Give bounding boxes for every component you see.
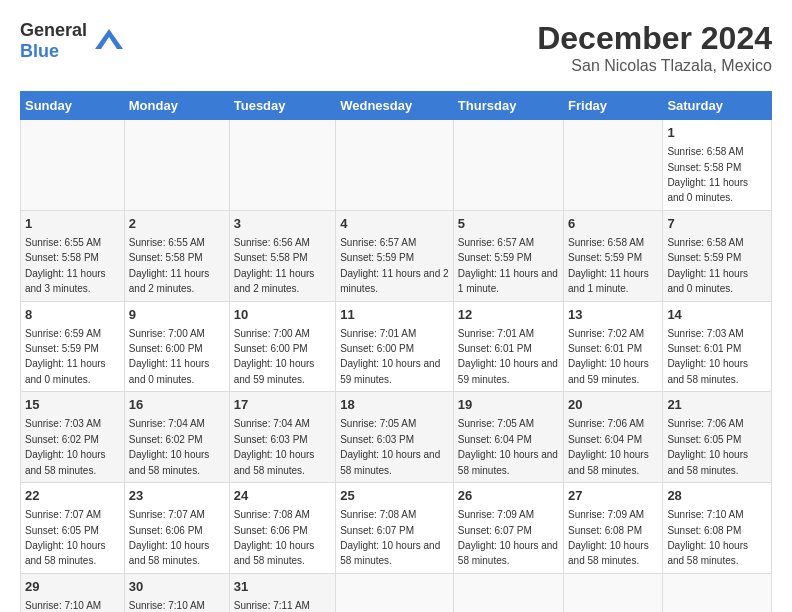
sunset-info: Sunset: 5:59 PM: [568, 252, 642, 263]
calendar-cell: 15Sunrise: 7:03 AMSunset: 6:02 PMDayligh…: [21, 392, 125, 483]
sunrise-info: Sunrise: 7:02 AM: [568, 328, 644, 339]
calendar-cell: 31Sunrise: 7:11 AMSunset: 6:10 PMDayligh…: [229, 573, 335, 612]
day-number: 1: [25, 215, 120, 233]
sunrise-info: Sunrise: 6:56 AM: [234, 237, 310, 248]
sunset-info: Sunset: 6:07 PM: [340, 525, 414, 536]
sunrise-info: Sunrise: 7:06 AM: [667, 418, 743, 429]
calendar-cell: 10Sunrise: 7:00 AMSunset: 6:00 PMDayligh…: [229, 301, 335, 392]
sunset-info: Sunset: 6:08 PM: [568, 525, 642, 536]
calendar-cell: 16Sunrise: 7:04 AMSunset: 6:02 PMDayligh…: [124, 392, 229, 483]
daylight-info: Daylight: 11 hours and 2 minutes.: [129, 268, 210, 294]
daylight-info: Daylight: 10 hours and 58 minutes.: [129, 540, 210, 566]
day-number: 21: [667, 396, 767, 414]
sunrise-info: Sunrise: 7:07 AM: [129, 509, 205, 520]
daylight-info: Daylight: 10 hours and 59 minutes.: [234, 358, 315, 384]
calendar-cell: 24Sunrise: 7:08 AMSunset: 6:06 PMDayligh…: [229, 483, 335, 574]
calendar-cell: 1Sunrise: 6:55 AMSunset: 5:58 PMDaylight…: [21, 210, 125, 301]
sunset-info: Sunset: 6:00 PM: [340, 343, 414, 354]
sunrise-info: Sunrise: 7:08 AM: [340, 509, 416, 520]
calendar-cell: 22Sunrise: 7:07 AMSunset: 6:05 PMDayligh…: [21, 483, 125, 574]
sunrise-info: Sunrise: 7:05 AM: [458, 418, 534, 429]
day-number: 19: [458, 396, 559, 414]
sunset-info: Sunset: 5:58 PM: [234, 252, 308, 263]
calendar-cell: 14Sunrise: 7:03 AMSunset: 6:01 PMDayligh…: [663, 301, 772, 392]
daylight-info: Daylight: 10 hours and 58 minutes.: [458, 449, 558, 475]
sunset-info: Sunset: 5:59 PM: [667, 252, 741, 263]
day-number: 13: [568, 306, 658, 324]
day-number: 30: [129, 578, 225, 596]
daylight-info: Daylight: 10 hours and 58 minutes.: [234, 540, 315, 566]
calendar-cell: [564, 573, 663, 612]
calendar-cell: [564, 120, 663, 211]
sunset-info: Sunset: 6:01 PM: [667, 343, 741, 354]
sunrise-info: Sunrise: 6:58 AM: [667, 237, 743, 248]
daylight-info: Daylight: 11 hours and 0 minutes.: [667, 268, 748, 294]
day-number: 11: [340, 306, 449, 324]
daylight-info: Daylight: 11 hours and 3 minutes.: [25, 268, 106, 294]
sunrise-info: Sunrise: 7:10 AM: [129, 600, 205, 611]
sunrise-info: Sunrise: 7:04 AM: [129, 418, 205, 429]
week-row-4: 15Sunrise: 7:03 AMSunset: 6:02 PMDayligh…: [21, 392, 772, 483]
sunset-info: Sunset: 6:00 PM: [129, 343, 203, 354]
day-number: 6: [568, 215, 658, 233]
weekday-header-row: SundayMondayTuesdayWednesdayThursdayFrid…: [21, 92, 772, 120]
daylight-info: Daylight: 10 hours and 59 minutes.: [458, 358, 558, 384]
day-number: 28: [667, 487, 767, 505]
calendar-cell: 8Sunrise: 6:59 AMSunset: 5:59 PMDaylight…: [21, 301, 125, 392]
sunset-info: Sunset: 5:58 PM: [129, 252, 203, 263]
calendar-cell: [453, 573, 563, 612]
sunrise-info: Sunrise: 7:01 AM: [340, 328, 416, 339]
sunrise-info: Sunrise: 6:55 AM: [25, 237, 101, 248]
daylight-info: Daylight: 10 hours and 59 minutes.: [568, 358, 649, 384]
day-number: 4: [340, 215, 449, 233]
calendar-cell: 21Sunrise: 7:06 AMSunset: 6:05 PMDayligh…: [663, 392, 772, 483]
calendar-cell: 11Sunrise: 7:01 AMSunset: 6:00 PMDayligh…: [336, 301, 454, 392]
sunset-info: Sunset: 6:03 PM: [234, 434, 308, 445]
daylight-info: Daylight: 11 hours and 1 minute.: [568, 268, 649, 294]
daylight-info: Daylight: 11 hours and 0 minutes.: [129, 358, 210, 384]
calendar-cell: 23Sunrise: 7:07 AMSunset: 6:06 PMDayligh…: [124, 483, 229, 574]
sunrise-info: Sunrise: 6:57 AM: [340, 237, 416, 248]
sunrise-info: Sunrise: 6:55 AM: [129, 237, 205, 248]
sunset-info: Sunset: 6:01 PM: [458, 343, 532, 354]
weekday-header-tuesday: Tuesday: [229, 92, 335, 120]
sunset-info: Sunset: 6:08 PM: [667, 525, 741, 536]
daylight-info: Daylight: 11 hours and 0 minutes.: [25, 358, 106, 384]
calendar-cell: [336, 120, 454, 211]
sunset-info: Sunset: 6:02 PM: [25, 434, 99, 445]
day-number: 3: [234, 215, 331, 233]
calendar-cell: 2Sunrise: 6:55 AMSunset: 5:58 PMDaylight…: [124, 210, 229, 301]
day-number: 12: [458, 306, 559, 324]
sunrise-info: Sunrise: 7:09 AM: [568, 509, 644, 520]
logo-text: General Blue: [20, 20, 87, 62]
sunset-info: Sunset: 6:00 PM: [234, 343, 308, 354]
day-number: 22: [25, 487, 120, 505]
daylight-info: Daylight: 10 hours and 58 minutes.: [568, 449, 649, 475]
daylight-info: Daylight: 10 hours and 58 minutes.: [234, 449, 315, 475]
weekday-header-saturday: Saturday: [663, 92, 772, 120]
day-number: 27: [568, 487, 658, 505]
calendar-cell: 27Sunrise: 7:09 AMSunset: 6:08 PMDayligh…: [564, 483, 663, 574]
daylight-info: Daylight: 11 hours and 2 minutes.: [340, 268, 448, 294]
sunrise-info: Sunrise: 6:58 AM: [568, 237, 644, 248]
sunset-info: Sunset: 6:06 PM: [129, 525, 203, 536]
sunrise-info: Sunrise: 6:59 AM: [25, 328, 101, 339]
sunset-info: Sunset: 6:03 PM: [340, 434, 414, 445]
day-number: 15: [25, 396, 120, 414]
calendar-cell: 19Sunrise: 7:05 AMSunset: 6:04 PMDayligh…: [453, 392, 563, 483]
sunset-info: Sunset: 6:05 PM: [667, 434, 741, 445]
day-number: 7: [667, 215, 767, 233]
day-number: 9: [129, 306, 225, 324]
week-row-2: 1Sunrise: 6:55 AMSunset: 5:58 PMDaylight…: [21, 210, 772, 301]
day-number: 20: [568, 396, 658, 414]
sunset-info: Sunset: 5:59 PM: [458, 252, 532, 263]
sunrise-info: Sunrise: 7:10 AM: [667, 509, 743, 520]
sunrise-info: Sunrise: 7:01 AM: [458, 328, 534, 339]
sunrise-info: Sunrise: 7:03 AM: [667, 328, 743, 339]
day-number: 17: [234, 396, 331, 414]
daylight-info: Daylight: 10 hours and 58 minutes.: [25, 449, 106, 475]
calendar-cell: [336, 573, 454, 612]
weekday-header-friday: Friday: [564, 92, 663, 120]
sunrise-info: Sunrise: 7:06 AM: [568, 418, 644, 429]
sunrise-info: Sunrise: 7:00 AM: [129, 328, 205, 339]
